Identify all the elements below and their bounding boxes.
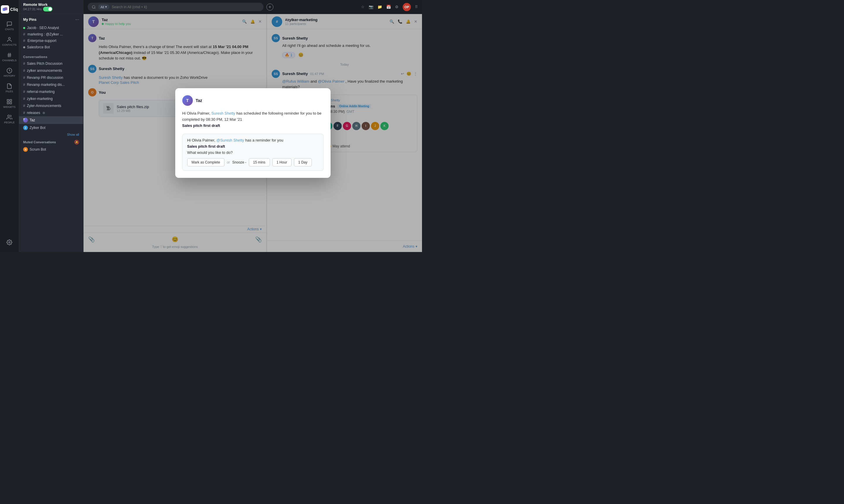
video-icon[interactable]: 📷 bbox=[369, 5, 373, 9]
taz-avatar-small: T bbox=[23, 118, 28, 123]
workspace-toggle[interactable] bbox=[43, 7, 52, 12]
sidebar-item-widgets[interactable]: WIDGETS bbox=[0, 96, 19, 111]
chat-area: T Taz Happy to help you 🔍 🔔 ✕ bbox=[84, 14, 422, 252]
logo-icon bbox=[1, 5, 9, 14]
main-content: All ▾ + ☆ 📷 📁 📅 ⚙ OP ⠿ T bbox=[84, 0, 422, 252]
conversations-section-header: Conversations bbox=[19, 52, 83, 60]
svg-rect-11 bbox=[7, 102, 9, 104]
popup-card-actions: Mark as Complete or Snooze - 15 mins 1 H… bbox=[187, 158, 319, 166]
action-or: or bbox=[227, 160, 230, 164]
svg-point-14 bbox=[92, 5, 95, 8]
conv-revamp-pr[interactable]: # Revamp PR discussion bbox=[19, 74, 83, 81]
search-container: All ▾ bbox=[88, 3, 264, 11]
snooze-15min-button[interactable]: 15 mins bbox=[249, 158, 270, 166]
star-icon[interactable]: ☆ bbox=[361, 5, 364, 9]
svg-rect-8 bbox=[7, 100, 9, 102]
sidebar-item-history[interactable]: HISTORY bbox=[0, 65, 19, 80]
conv-zyler-ann[interactable]: # Zyler-Announcements bbox=[19, 102, 83, 109]
settings-icon[interactable]: ⚙ bbox=[395, 5, 398, 9]
pin-item-enterprise[interactable]: # Enterprise-support bbox=[23, 37, 79, 44]
scrum-bot-avatar: S bbox=[23, 147, 28, 152]
workspace-time: 04:27:31 Hrs bbox=[23, 7, 52, 12]
popup-card-greeting: Hi Olivia Palmer, @Suresh Shetty has a r… bbox=[187, 138, 319, 142]
svg-rect-10 bbox=[10, 102, 12, 104]
pin-item-marketing[interactable]: # marketing : @Zylker ... bbox=[23, 31, 79, 37]
bot-dot bbox=[23, 46, 25, 48]
popup-bot-header: T Taz bbox=[182, 95, 324, 106]
mark-complete-button[interactable]: Mark as Complete bbox=[187, 158, 225, 166]
popup-overlay: T Taz Hi Olivia Palmer, Suresh Shetty ha… bbox=[84, 14, 422, 252]
svg-line-15 bbox=[95, 7, 95, 8]
conv-releases[interactable]: # releases ⚙ bbox=[19, 109, 83, 116]
snooze-1day-button[interactable]: 1 Day bbox=[294, 158, 312, 166]
pins-more[interactable]: ··· bbox=[75, 17, 79, 22]
popup: T Taz Hi Olivia Palmer, Suresh Shetty ha… bbox=[175, 88, 330, 178]
conv-revamp-marketing[interactable]: # Revamp marketing dis... bbox=[19, 81, 83, 88]
action-snooze-label: Snooze - bbox=[232, 160, 247, 164]
settings-icon[interactable] bbox=[6, 239, 12, 246]
show-all-link[interactable]: Show all bbox=[19, 131, 83, 138]
svg-point-2 bbox=[8, 37, 11, 39]
svg-line-6 bbox=[10, 53, 11, 57]
left-sidebar: Cliq CHATS CONTACTS CHANNELS HISTORY FIL… bbox=[0, 0, 19, 252]
popup-bot-name: Taz bbox=[196, 98, 202, 103]
app-logo: Cliq bbox=[0, 3, 20, 16]
pin-item-salesforce[interactable]: Salesforce Bot bbox=[23, 44, 79, 50]
workspace-header: Remote Work 04:27:31 Hrs bbox=[19, 0, 83, 14]
conv-taz[interactable]: T Taz bbox=[19, 116, 83, 124]
popup-card: Hi Olivia Palmer, @Suresh Shetty has a r… bbox=[182, 133, 324, 171]
calendar-icon[interactable]: 📅 bbox=[386, 5, 391, 9]
mute-icon: 🔕 bbox=[74, 140, 79, 144]
top-bar-actions: ☆ 📷 📁 📅 ⚙ OP ⠿ bbox=[361, 3, 418, 11]
svg-line-5 bbox=[8, 53, 9, 57]
sidebar-item-people[interactable]: PEOPLE bbox=[0, 111, 19, 127]
conversations-title: Conversations bbox=[23, 55, 48, 59]
user-avatar[interactable]: OP bbox=[403, 3, 411, 11]
add-button[interactable]: + bbox=[266, 3, 273, 11]
conv-referral[interactable]: # referral-marketing bbox=[19, 88, 83, 95]
snooze-1hour-button[interactable]: 1 Hour bbox=[272, 158, 292, 166]
muted-header: Muted Conversations 🔕 bbox=[19, 138, 83, 146]
sidebar-item-chats[interactable]: CHATS bbox=[0, 18, 19, 34]
sidebar-item-contacts[interactable]: CONTACTS bbox=[0, 34, 19, 49]
popup-card-question: What would you like to do? bbox=[187, 150, 319, 155]
pin-item-jacob[interactable]: Jacob · SEO Analyst bbox=[23, 24, 79, 31]
svg-point-12 bbox=[7, 115, 10, 117]
app-name: Cliq bbox=[10, 7, 18, 12]
sidebar-item-channels[interactable]: CHANNELS bbox=[0, 49, 19, 65]
search-icon bbox=[92, 5, 96, 9]
popup-message: Hi Olivia Palmer, Suresh Shetty has sche… bbox=[182, 110, 324, 129]
pins-title: My Pins bbox=[23, 18, 36, 22]
conv-sales-pitch[interactable]: # Sales Pitch Discussion bbox=[19, 60, 83, 67]
svg-rect-1 bbox=[4, 7, 7, 10]
popup-person-link[interactable]: Suresh Shetty bbox=[211, 111, 235, 115]
popup-bot-avatar: T bbox=[182, 95, 193, 106]
conv-zylker-ann[interactable]: # zylker announcements bbox=[19, 67, 83, 74]
search-input[interactable] bbox=[112, 5, 259, 9]
pins-header: My Pins ··· bbox=[23, 17, 79, 22]
muted-title: Muted Conversations bbox=[23, 140, 56, 144]
online-dot bbox=[23, 27, 25, 29]
svg-point-13 bbox=[9, 242, 10, 243]
popup-card-task: Sales pitch first draft bbox=[187, 144, 319, 148]
top-bar: All ▾ + ☆ 📷 📁 📅 ⚙ OP ⠿ bbox=[84, 0, 422, 14]
zylker-bot-avatar: Z bbox=[23, 125, 28, 130]
nav-panel: Remote Work 04:27:31 Hrs My Pins ··· Jac… bbox=[19, 0, 84, 252]
grid-icon[interactable]: ⠿ bbox=[415, 5, 418, 9]
pins-section: My Pins ··· Jacob · SEO Analyst # market… bbox=[19, 14, 83, 52]
popup-card-mention[interactable]: @Suresh Shetty bbox=[216, 138, 244, 142]
popup-task-name: Sales pitch first draft bbox=[182, 123, 220, 128]
folder-icon[interactable]: 📁 bbox=[377, 5, 382, 9]
sidebar-item-files[interactable]: FILES bbox=[0, 80, 19, 96]
workspace-name: Remote Work bbox=[23, 2, 52, 7]
search-scope-badge[interactable]: All ▾ bbox=[98, 4, 109, 10]
svg-rect-9 bbox=[10, 100, 12, 102]
conv-zylker-marketing[interactable]: # zylker-marketing bbox=[19, 95, 83, 102]
conv-scrum-bot[interactable]: S Scrum Bot bbox=[19, 146, 83, 153]
conv-zylker-bot[interactable]: Z Zylker Bot bbox=[19, 124, 83, 131]
sidebar-bottom bbox=[6, 239, 12, 249]
